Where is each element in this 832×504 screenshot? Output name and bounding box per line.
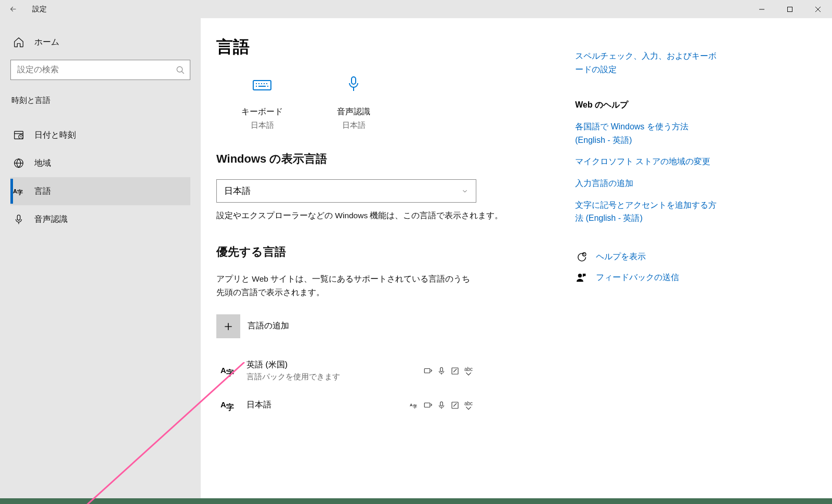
globe-icon (12, 157, 25, 169)
sidebar-item-speech[interactable]: 音声認識 (10, 205, 190, 233)
speech-icon (437, 401, 446, 410)
section-heading-preferred: 優先する言語 (216, 244, 560, 260)
language-icon: A字 (220, 363, 236, 379)
sidebar-item-label: 日付と時刻 (34, 130, 76, 141)
close-button[interactable] (804, 0, 832, 18)
page: 言語 キーボード 日本語 音声認識 日本語 Windows の表示言語 (201, 18, 575, 498)
minimize-button[interactable] (748, 0, 776, 18)
svg-text:字: 字 (226, 368, 234, 377)
arrow-left-icon (9, 5, 18, 14)
select-value: 日本語 (224, 185, 461, 197)
svg-text:字: 字 (413, 404, 417, 409)
sidebar-item-date-time[interactable]: 日付と時刻 (10, 121, 190, 149)
abc-icon: abc (464, 366, 473, 376)
feedback-link[interactable]: フィードバックの送信 (575, 272, 721, 284)
window-controls (748, 0, 832, 18)
language-item-text: 日本語 (246, 400, 410, 410)
language-overview-tiles: キーボード 日本語 音声認識 日本語 (216, 76, 560, 130)
microphone-icon (346, 76, 361, 92)
tile-keyboard[interactable]: キーボード 日本語 (216, 76, 308, 130)
language-icon: A字 (12, 185, 25, 197)
feedback-label: フィードバックの送信 (596, 272, 679, 283)
handwriting-icon (450, 366, 460, 376)
display-language-select[interactable]: 日本語 (216, 179, 476, 203)
svg-rect-35 (424, 403, 430, 407)
svg-rect-23 (352, 77, 356, 84)
svg-text:A: A (220, 400, 226, 409)
sidebar-home[interactable]: ホーム (10, 31, 190, 54)
help-bubble-icon: ? (575, 251, 588, 263)
display-lang-icon: A字 (410, 401, 419, 410)
web-help-heading: Web のヘルプ (575, 100, 721, 111)
link-add-input-lang[interactable]: 入力言語の追加 (575, 177, 721, 190)
handwriting-icon (450, 401, 460, 410)
microphone-icon (12, 213, 25, 226)
calendar-clock-icon (12, 129, 25, 141)
feedback-icon (575, 272, 588, 284)
svg-text:A: A (410, 402, 413, 407)
tile-sublabel: 日本語 (251, 121, 274, 130)
keyboard-icon (252, 76, 272, 92)
tile-sublabel: 日本語 (342, 121, 366, 130)
plus-icon: ＋ (216, 314, 240, 338)
language-icon: A字 (220, 397, 236, 413)
tile-label: 音声認識 (337, 107, 370, 117)
link-spell-check-settings[interactable]: スペルチェック、入力、およびキーボードの設定 (575, 49, 721, 76)
svg-rect-1 (788, 7, 792, 11)
abc-icon: abc (464, 401, 473, 410)
settings-window: 設定 ホーム 設定の検索 時刻と言語 日付と時刻 (0, 0, 832, 498)
titlebar: 設定 (0, 0, 832, 18)
sidebar-item-label: 言語 (34, 186, 51, 197)
link-add-accents[interactable]: 文字に記号とアクセントを追加する方法 (English - 英語) (575, 198, 721, 225)
svg-text:A: A (13, 188, 17, 194)
right-panel: スペルチェック、入力、およびキーボードの設定 Web のヘルプ 各国語で Win… (575, 18, 731, 498)
svg-point-4 (177, 67, 183, 72)
add-language-label: 言語の追加 (248, 321, 289, 331)
sidebar: ホーム 設定の検索 時刻と言語 日付と時刻 地域 A字 言語 音声認識 (0, 18, 201, 498)
link-windows-languages[interactable]: 各国語で Windows を使う方法 (English - 英語) (575, 120, 721, 147)
link-store-region[interactable]: マイクロソフト ストアの地域の変更 (575, 155, 721, 168)
maximize-button[interactable] (776, 0, 804, 18)
help-label: ヘルプを表示 (596, 251, 646, 262)
sidebar-item-language[interactable]: A字 言語 (10, 177, 190, 205)
sidebar-item-region[interactable]: 地域 (10, 149, 190, 177)
svg-text:?: ? (583, 253, 584, 256)
svg-rect-12 (17, 215, 20, 220)
language-item-japanese[interactable]: A字 日本語 A字 abc (216, 388, 476, 422)
chevron-down-icon (461, 188, 469, 195)
page-title: 言語 (216, 36, 560, 59)
svg-text:字: 字 (17, 189, 23, 195)
add-language-button[interactable]: ＋ 言語の追加 (216, 314, 560, 338)
sidebar-item-label: 地域 (34, 158, 51, 169)
svg-rect-14 (253, 81, 271, 90)
language-name: 日本語 (246, 400, 410, 410)
content-area: ホーム 設定の検索 時刻と言語 日付と時刻 地域 A字 言語 音声認識 (0, 18, 832, 498)
search-placeholder: 設定の検索 (17, 64, 176, 75)
svg-line-5 (181, 71, 184, 74)
sidebar-item-label: 音声認識 (34, 214, 68, 225)
sidebar-category: 時刻と言語 (10, 96, 190, 105)
sidebar-home-label: ホーム (34, 37, 59, 48)
svg-rect-36 (440, 402, 443, 406)
svg-point-41 (578, 274, 582, 277)
svg-rect-28 (440, 367, 443, 372)
preferred-description: アプリと Web サイトは、一覧にあるサポートされている言語のうち先頭の言語で表… (216, 272, 476, 300)
section-heading-display-lang: Windows の表示言語 (216, 151, 560, 167)
tile-label: キーボード (241, 107, 283, 117)
speech-icon (437, 366, 446, 376)
window-title: 設定 (32, 5, 47, 14)
search-input[interactable]: 設定の検索 (10, 60, 190, 80)
home-icon (12, 36, 25, 48)
tile-speech[interactable]: 音声認識 日本語 (308, 76, 399, 130)
display-lang-hint: 設定やエクスプローラーなどの Windows 機能は、この言語で表示されます。 (216, 210, 560, 221)
svg-text:A: A (220, 366, 226, 375)
language-item-english-us[interactable]: A字 英語 (米国) 言語パックを使用できます abc (216, 354, 476, 388)
text-to-speech-icon (423, 366, 433, 376)
main-area: 言語 キーボード 日本語 音声認識 日本語 Windows の表示言語 (201, 18, 832, 498)
svg-text:字: 字 (226, 403, 234, 412)
help-link[interactable]: ? ヘルプを表示 (575, 251, 721, 263)
back-button[interactable] (0, 0, 26, 18)
language-feature-badges: A字 abc (410, 401, 476, 410)
search-icon (176, 65, 185, 75)
svg-rect-27 (424, 368, 430, 373)
